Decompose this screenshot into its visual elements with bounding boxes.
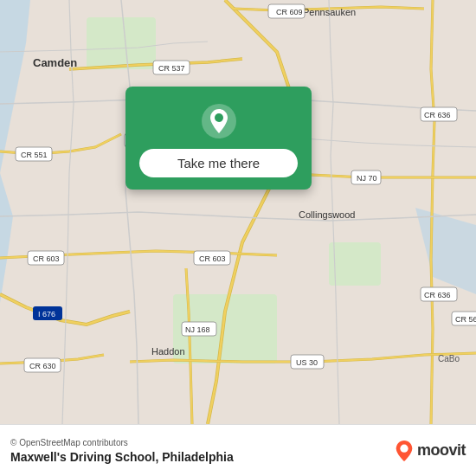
- svg-point-41: [400, 444, 408, 452]
- svg-point-40: [215, 113, 223, 122]
- svg-text:CR 603: CR 603: [199, 254, 226, 263]
- svg-text:CR 551: CR 551: [21, 151, 48, 159]
- svg-text:CR 603: CR 603: [33, 254, 60, 263]
- svg-text:CaBo: CaBo: [438, 354, 460, 363]
- moovit-brand-text: moovit: [417, 441, 466, 460]
- svg-text:NJ 70: NJ 70: [357, 174, 377, 183]
- map-container: Pennsauken Camden Collingswood Haddon CR…: [0, 0, 476, 424]
- svg-text:Camden: Camden: [33, 56, 77, 69]
- popup-card: Take me there: [125, 87, 312, 190]
- svg-text:CR 56: CR 56: [455, 315, 476, 324]
- svg-text:I 676: I 676: [38, 310, 55, 318]
- moovit-pin-icon: [395, 440, 414, 462]
- moovit-logo: moovit: [395, 440, 466, 462]
- take-me-there-button[interactable]: Take me there: [139, 149, 298, 177]
- svg-text:Collingswood: Collingswood: [299, 209, 355, 220]
- svg-text:NJ 168: NJ 168: [185, 325, 210, 334]
- svg-text:Pennsauken: Pennsauken: [303, 7, 356, 17]
- svg-text:Haddon: Haddon: [151, 346, 185, 357]
- svg-rect-1: [87, 17, 156, 69]
- bottom-bar: © OpenStreetMap contributors Maxwell's D…: [0, 424, 476, 476]
- svg-text:CR 537: CR 537: [158, 64, 185, 73]
- location-pin-icon: [200, 102, 238, 140]
- svg-text:US 30: US 30: [296, 358, 318, 367]
- svg-text:CR 636: CR 636: [424, 111, 451, 119]
- svg-text:CR 630: CR 630: [29, 362, 56, 370]
- svg-text:CR 636: CR 636: [424, 291, 451, 299]
- svg-rect-3: [329, 242, 381, 286]
- svg-text:CR 609: CR 609: [276, 8, 303, 16]
